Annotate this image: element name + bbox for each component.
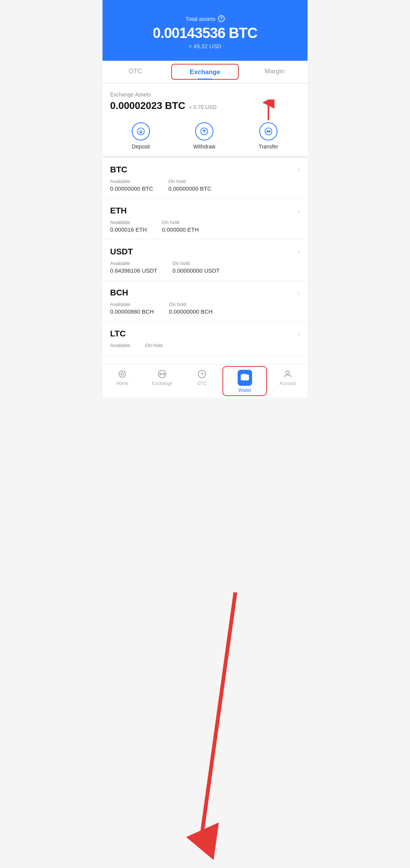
withdraw-button[interactable]: Withdraw (193, 122, 215, 150)
deposit-icon (132, 122, 150, 140)
available-value: 0.000016 ETH (110, 226, 147, 233)
onhold-label: On hold (172, 260, 219, 266)
available-label: Available (110, 301, 154, 307)
onhold-value: 0.000000 ETH (162, 226, 199, 233)
transfer-label: Transfer (259, 144, 278, 150)
chevron-right-icon: › (298, 166, 300, 174)
withdraw-icon (195, 122, 213, 140)
nav-wallet[interactable]: Wallet (222, 366, 267, 396)
deposit-button[interactable]: Deposit (132, 122, 150, 150)
coin-item-bch[interactable]: BCH › Available 0.00000880 BCH On hold 0… (102, 281, 308, 322)
tab-margin[interactable]: Margin (242, 61, 308, 83)
bottom-nav: Home Exchange OTC (102, 364, 308, 398)
exchange-btc-amount: 0.00002023 BTC (110, 100, 185, 112)
available-label: Available (110, 260, 157, 266)
help-icon[interactable]: ? (218, 15, 225, 22)
coin-name: USDT (110, 247, 133, 257)
action-buttons: Deposit Withdraw Transfer (102, 115, 308, 158)
available-label: Available (110, 342, 130, 348)
coin-name: BCH (110, 288, 128, 298)
coin-item-usdt[interactable]: USDT › Available 0.64396106 USDT On hold… (102, 240, 308, 281)
onhold-value: 0.00000000 BTC (168, 185, 211, 192)
tab-exchange[interactable]: Exchange (171, 64, 238, 80)
transfer-icon (259, 122, 278, 140)
available-value: 0.00000880 BCH (110, 308, 154, 315)
header: Total assets ? 0.00143536 BTC ≈ 49.32 US… (102, 0, 308, 61)
svg-rect-13 (241, 374, 246, 375)
tab-otc[interactable]: OTC (102, 61, 168, 83)
nav-account[interactable]: Account (268, 365, 308, 398)
nav-exchange[interactable]: Exchange (142, 365, 182, 398)
onhold-value: 0.00000000 BCH (169, 308, 213, 315)
svg-rect-12 (241, 375, 249, 380)
transfer-button[interactable]: Transfer (259, 122, 278, 150)
chevron-right-icon: › (298, 248, 300, 256)
exchange-assets-label: Exchange Assets (110, 92, 300, 98)
available-label: Available (110, 178, 153, 184)
nav-wallet-label: Wallet (238, 388, 251, 393)
chevron-right-icon: › (298, 289, 300, 297)
chevron-right-icon: › (298, 207, 300, 215)
deposit-label: Deposit (132, 144, 150, 150)
coin-name: ETH (110, 206, 127, 216)
nav-otc-label: OTC (197, 381, 207, 386)
tabs: OTC Exchange Margin (102, 61, 308, 83)
svg-point-14 (286, 371, 289, 374)
coin-item-eth[interactable]: ETH › Available 0.000016 ETH On hold 0.0… (102, 199, 308, 240)
nav-exchange-label: Exchange (152, 381, 172, 386)
total-assets-label: Total assets ? (110, 15, 300, 22)
svg-point-7 (119, 371, 126, 377)
chevron-right-icon: › (298, 330, 300, 338)
coin-name: LTC (110, 329, 126, 339)
coin-name: BTC (110, 165, 127, 175)
nav-account-label: Account (279, 381, 296, 386)
nav-otc[interactable]: OTC (182, 365, 222, 398)
total-btc-amount: 0.00143536 BTC (110, 25, 300, 41)
coin-list: BTC › Available 0.00000000 BTC On hold 0… (102, 158, 308, 357)
onhold-label: On hold (145, 342, 163, 348)
onhold-label: On hold (162, 219, 199, 225)
withdraw-label: Withdraw (193, 144, 215, 150)
total-usd-amount: ≈ 49.32 USD (110, 43, 300, 49)
exchange-assets-section: Exchange Assets 0.00002023 BTC ≈ 0.70 US… (102, 84, 308, 115)
coin-item-ltc[interactable]: LTC › Available On hold (102, 322, 308, 357)
available-label: Available (110, 219, 147, 225)
available-value: 0.64396106 USDT (110, 267, 157, 274)
available-value: 0.00000000 BTC (110, 185, 153, 192)
wallet-icon-bg (238, 370, 252, 386)
nav-home[interactable]: Home (102, 365, 142, 398)
onhold-value: 0.00000000 USDT (172, 267, 219, 274)
onhold-label: On hold (168, 178, 211, 184)
exchange-usd-amount: ≈ 0.70 USD (189, 104, 216, 110)
svg-point-8 (121, 373, 124, 376)
onhold-label: On hold (169, 301, 213, 307)
coin-item-btc[interactable]: BTC › Available 0.00000000 BTC On hold 0… (102, 158, 308, 199)
nav-home-label: Home (116, 381, 128, 386)
